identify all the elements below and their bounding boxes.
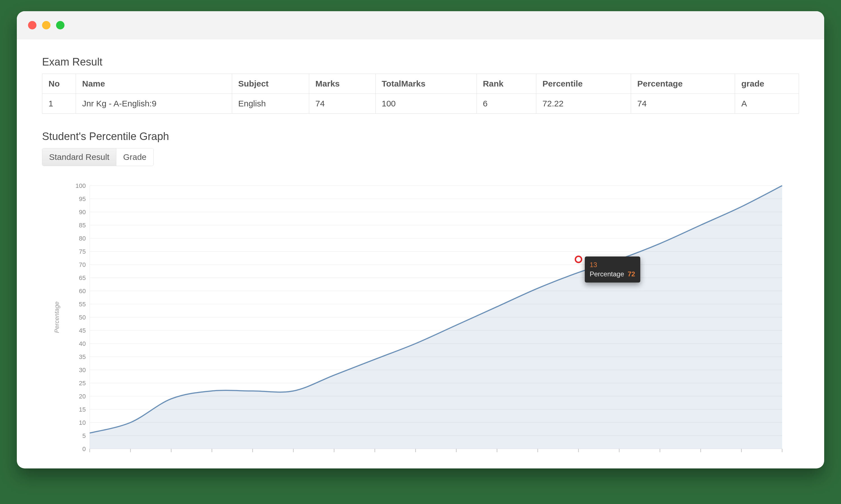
col-grade: grade: [735, 74, 799, 94]
col-percentage: Percentage: [631, 74, 735, 94]
exam-result-table: No Name Subject Marks TotalMarks Rank Pe…: [42, 74, 799, 114]
col-rank: Rank: [477, 74, 536, 94]
browser-window: Exam Result No Name Subject Marks TotalM…: [17, 11, 824, 468]
col-percentile: Percentile: [536, 74, 631, 94]
chart-tooltip: 13 Percentage 72: [585, 256, 640, 283]
svg-point-62: [576, 256, 582, 263]
col-subject: Subject: [232, 74, 309, 94]
svg-text:100: 100: [75, 182, 86, 189]
chart-svg: 0510152025303540455055606570758085909510…: [42, 177, 799, 468]
close-icon[interactable]: [28, 21, 36, 30]
percentile-chart: 0510152025303540455055606570758085909510…: [42, 177, 799, 468]
svg-text:5: 5: [82, 432, 86, 439]
cell-percentage: 74: [631, 94, 735, 114]
svg-text:25: 25: [79, 380, 86, 387]
svg-text:70: 70: [79, 261, 86, 268]
svg-text:90: 90: [79, 209, 86, 216]
svg-text:45: 45: [79, 327, 86, 334]
table-header-row: No Name Subject Marks TotalMarks Rank Pe…: [42, 74, 799, 94]
col-name: Name: [76, 74, 232, 94]
cell-no: 1: [42, 94, 76, 114]
svg-text:85: 85: [79, 222, 86, 229]
cell-name: Jnr Kg - A-English:9: [76, 94, 232, 114]
exam-result-heading: Exam Result: [42, 56, 799, 68]
svg-text:0: 0: [82, 446, 86, 452]
cell-subject: English: [232, 94, 309, 114]
svg-text:60: 60: [79, 288, 86, 294]
svg-text:75: 75: [79, 248, 86, 255]
svg-text:35: 35: [79, 353, 86, 360]
svg-text:20: 20: [79, 393, 86, 400]
svg-text:50: 50: [79, 314, 86, 321]
cell-rank: 6: [477, 94, 536, 114]
col-totalmarks: TotalMarks: [375, 74, 477, 94]
svg-text:15: 15: [79, 406, 86, 413]
svg-text:80: 80: [79, 235, 86, 242]
svg-text:40: 40: [79, 340, 86, 347]
tab-standard-result[interactable]: Standard Result: [42, 148, 116, 166]
svg-text:95: 95: [79, 195, 86, 202]
maximize-icon[interactable]: [56, 21, 65, 30]
col-marks: Marks: [309, 74, 375, 94]
tooltip-x: 13: [590, 261, 597, 269]
tooltip-series-label: Percentage: [590, 270, 624, 278]
tab-grade[interactable]: Grade: [116, 148, 153, 166]
cell-marks: 74: [309, 94, 375, 114]
page-content: Exam Result No Name Subject Marks TotalM…: [17, 39, 824, 468]
cell-totalmarks: 100: [375, 94, 477, 114]
cell-grade: A: [735, 94, 799, 114]
svg-text:65: 65: [79, 274, 86, 282]
minimize-icon[interactable]: [42, 21, 50, 30]
graph-heading: Student's Percentile Graph: [42, 130, 799, 143]
svg-text:Percentage: Percentage: [53, 302, 60, 333]
svg-text:55: 55: [79, 301, 86, 308]
svg-text:10: 10: [79, 419, 86, 426]
col-no: No: [42, 74, 76, 94]
window-titlebar: [17, 11, 824, 39]
table-row: 1 Jnr Kg - A-English:9 English 74 100 6 …: [42, 94, 799, 114]
graph-tabs: Standard Result Grade: [42, 148, 154, 166]
cell-percentile: 72.22: [536, 94, 631, 114]
tooltip-value: 72: [628, 270, 635, 278]
svg-text:30: 30: [79, 366, 86, 374]
